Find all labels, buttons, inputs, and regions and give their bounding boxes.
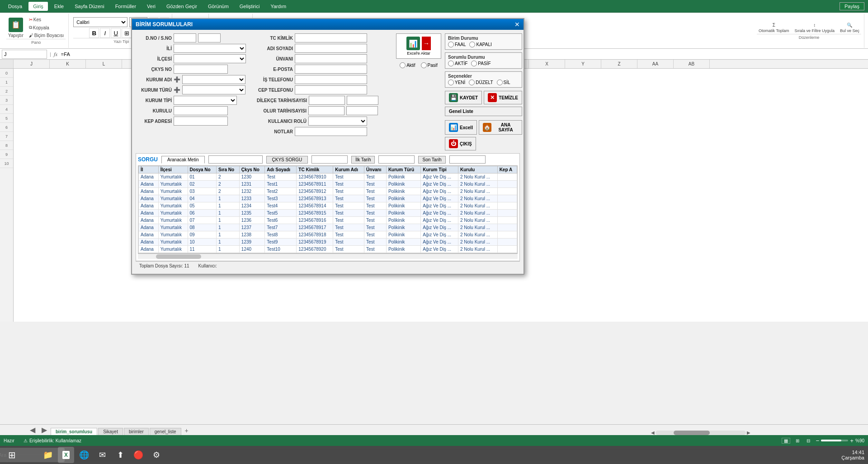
table-row[interactable]: AdanaYumurtalık0711236Test612345678916Te…: [139, 217, 517, 224]
sno-input[interactable]: [198, 33, 221, 42]
son-tarih-button[interactable]: Son Tarih: [418, 156, 445, 164]
duzel-radio[interactable]: [469, 80, 475, 85]
table-cell: Adana: [139, 246, 159, 253]
adi-row: ADI SOYADI: [257, 44, 392, 53]
table-cell: Test3: [265, 195, 297, 202]
taskbar-filezilla[interactable]: ⬆: [112, 447, 128, 463]
taskbar-excel-icon[interactable]: X: [58, 447, 74, 463]
modal-close-button[interactable]: ✕: [514, 21, 520, 28]
ilk-tarih-input[interactable]: [378, 155, 415, 164]
table-cell: Polikinik: [386, 217, 420, 224]
aktif-radio[interactable]: [400, 62, 406, 68]
ana-sayfa-button[interactable]: 🏠 ANA SAYFA: [479, 120, 522, 135]
dilekce-tarih-input[interactable]: [309, 96, 345, 105]
ckys-sorgu-input[interactable]: [311, 155, 348, 164]
table-cell: Ağız Ve Diş ...: [421, 181, 458, 188]
kapali-radio-label[interactable]: KAPALI: [469, 42, 491, 47]
table-cell: 1: [217, 224, 240, 231]
kurum-tipi-select[interactable]: [174, 96, 237, 105]
table-row[interactable]: AdanaYumurtalık0811237Test712345678917Te…: [139, 224, 517, 231]
temizle-button[interactable]: ✕ TEMİZLE: [484, 91, 522, 104]
sorumlu-pasif-label[interactable]: PASİF: [471, 61, 491, 66]
cep-input[interactable]: [295, 85, 367, 94]
taskbar-explorer[interactable]: 📁: [40, 447, 56, 463]
table-cell: Adana: [139, 195, 159, 202]
ilk-tarih-button[interactable]: İlk Tarih: [351, 156, 375, 164]
table-cell: Ağız Ve Diş ...: [421, 217, 458, 224]
th-kurum-adi: Kurum Adı: [333, 166, 364, 173]
scroll-thumb[interactable]: [156, 254, 201, 259]
sil-radio[interactable]: [497, 80, 503, 85]
kurum-adi-add-icon[interactable]: ➕: [174, 76, 180, 83]
table-cell: 10: [188, 239, 217, 246]
table-cell: Test: [333, 181, 364, 188]
table-row[interactable]: AdanaYumurtalık1111240Test1012345678920T…: [139, 246, 517, 253]
taskbar-mail[interactable]: ✉: [94, 447, 110, 463]
excel-aktar-button[interactable]: 📊 → Excel'e Aktar: [396, 33, 441, 59]
table-cell: 1: [217, 239, 240, 246]
kurum-turu-add-icon[interactable]: ➕: [174, 87, 180, 93]
ilce-select[interactable]: [174, 54, 246, 63]
kurum-adi-select[interactable]: [182, 75, 245, 84]
taskbar-settings[interactable]: ⚙: [148, 447, 165, 463]
aktif-radio-label[interactable]: Aktif: [400, 62, 415, 68]
table-cell: 01: [188, 173, 217, 181]
table-cell: 12345678913: [297, 195, 333, 202]
eposta-input[interactable]: [295, 65, 367, 74]
table-container[interactable]: İl İlçesi Dosya No Sıra No Çkys No Adı S…: [138, 165, 518, 253]
yeni-radio-label[interactable]: YENİ: [448, 80, 465, 85]
dno-input[interactable]: [174, 33, 196, 42]
pasif-radio-label[interactable]: Pasif: [421, 62, 438, 68]
unvan-input[interactable]: [295, 54, 367, 63]
sorumlu-pasif-radio[interactable]: [471, 61, 477, 66]
taskbar-search-icon[interactable]: [22, 447, 38, 463]
kurulu-input[interactable]: [174, 106, 228, 115]
tc-input[interactable]: [295, 33, 367, 42]
dilekce-sayi-input[interactable]: [347, 96, 378, 105]
kapali-radio[interactable]: [469, 42, 475, 47]
duzel-radio-label[interactable]: DÜZELT: [469, 80, 493, 85]
table-row[interactable]: AdanaYumurtalık0221231Test112345678911Te…: [139, 181, 517, 188]
notlar-input[interactable]: [295, 127, 367, 136]
table-row[interactable]: AdanaYumurtalık0511234Test412345678914Te…: [139, 202, 517, 210]
yeni-radio[interactable]: [448, 80, 454, 85]
table-row[interactable]: AdanaYumurtalık0321232Test212345678912Te…: [139, 188, 517, 195]
sorgu-tab-metin[interactable]: Aranacak Metin: [161, 156, 204, 164]
kaydet-button[interactable]: 💾 KAYDET: [445, 91, 482, 104]
faal-radio-label[interactable]: FAAL: [448, 42, 466, 47]
taskbar-chrome[interactable]: 🔴: [130, 447, 146, 463]
table-cell: 1233: [239, 195, 265, 202]
faal-radio[interactable]: [448, 42, 454, 47]
adi-input[interactable]: [295, 44, 367, 53]
table-row[interactable]: AdanaYumurtalık1011239Test912345678919Te…: [139, 239, 517, 246]
table-row[interactable]: AdanaYumurtalık0911238Test812345678918Te…: [139, 231, 517, 239]
table-cell: Yumurtalık: [158, 239, 188, 246]
ckys-input[interactable]: [174, 65, 228, 74]
taskbar-edge[interactable]: 🌐: [76, 447, 92, 463]
table-cell: Test: [364, 231, 387, 239]
sorumlu-aktif-label[interactable]: AKTİF: [448, 61, 467, 66]
table-row[interactable]: AdanaYumurtalık0411233Test312345678913Te…: [139, 195, 517, 202]
table-scroll-bar[interactable]: [138, 253, 518, 259]
kep-input[interactable]: [174, 117, 228, 126]
is-tel-input[interactable]: [295, 75, 367, 84]
il-select[interactable]: [174, 44, 246, 53]
sorgu-text-input[interactable]: [208, 155, 263, 164]
table-row[interactable]: AdanaYumurtalık0121230Test12345678910Tes…: [139, 173, 517, 181]
olur-sayi-input[interactable]: [346, 106, 378, 115]
sorgu-tab-ckys[interactable]: ÇKYS SORGU: [266, 156, 308, 164]
cikis-button[interactable]: ⏻ ÇIKIŞ: [445, 137, 476, 150]
table-row[interactable]: AdanaYumurtalık0611235Test512345678915Te…: [139, 210, 517, 217]
kurum-tipi-row: KURUM TİPİ: [136, 96, 253, 105]
excell-button[interactable]: 📊 Excell: [445, 120, 477, 135]
kurum-turu-select[interactable]: [182, 85, 245, 94]
son-tarih-input[interactable]: [449, 155, 486, 164]
genel-liste-button[interactable]: Genel Liste: [445, 107, 522, 116]
form-section: D.NO / S.NO İLİ İLÇESİ: [136, 33, 520, 150]
sorumlu-aktif-radio[interactable]: [448, 61, 454, 66]
kullanici-rolu-select[interactable]: [308, 117, 367, 126]
olur-tarih-input[interactable]: [308, 106, 344, 115]
table-cell: 02: [188, 181, 217, 188]
sil-radio-label[interactable]: SİL: [497, 80, 510, 85]
pasif-radio[interactable]: [421, 62, 427, 68]
